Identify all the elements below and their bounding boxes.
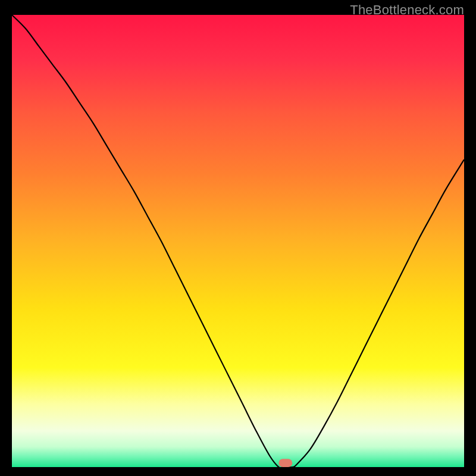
gradient-background xyxy=(12,15,464,467)
chart-plot-area xyxy=(12,15,464,467)
optimal-marker xyxy=(278,459,292,467)
chart-svg xyxy=(12,15,464,467)
